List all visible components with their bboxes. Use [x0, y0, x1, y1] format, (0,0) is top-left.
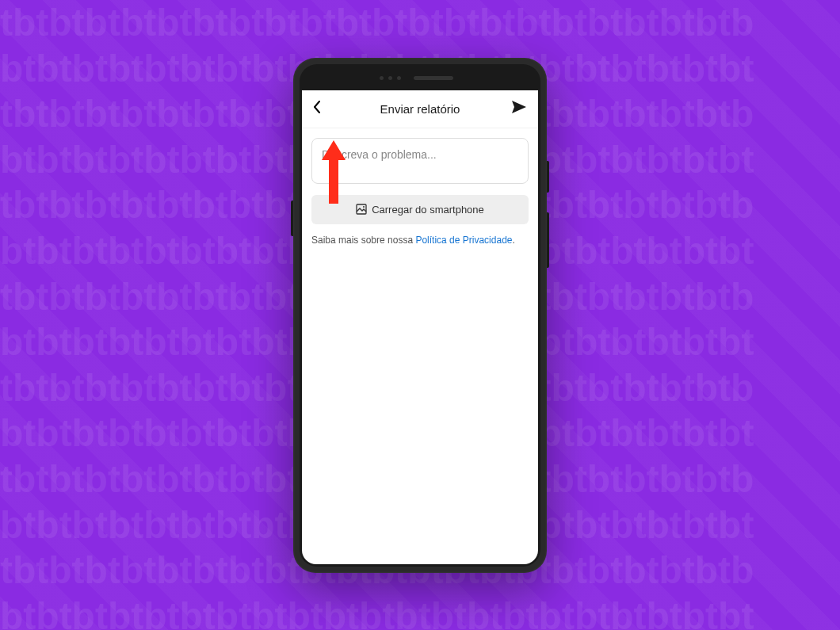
content-area: Carregar do smartphone Saiba mais sobre …: [302, 128, 538, 257]
problem-description-input[interactable]: [311, 138, 529, 184]
privacy-prefix: Saiba mais sobre nossa: [311, 235, 415, 246]
send-icon: [511, 100, 527, 114]
phone-side-button-right-1: [547, 161, 549, 193]
privacy-notice: Saiba mais sobre nossa Política de Priva…: [311, 234, 529, 247]
sensor-dot: [397, 76, 401, 80]
phone-side-button-left: [291, 200, 293, 236]
phone-mockup-frame: Enviar relatório Carregar do: [293, 58, 547, 573]
app-header: Enviar relatório: [302, 90, 538, 128]
phone-top-sensors: [302, 67, 538, 90]
phone-bezel: Enviar relatório Carregar do: [300, 64, 540, 567]
upload-from-phone-button[interactable]: Carregar do smartphone: [311, 195, 529, 224]
phone-screen: Enviar relatório Carregar do: [302, 90, 538, 564]
chevron-left-icon: [313, 101, 321, 113]
privacy-policy-link[interactable]: Política de Privacidade: [415, 235, 512, 246]
phone-speaker: [414, 76, 453, 80]
upload-button-label: Carregar do smartphone: [372, 204, 484, 216]
send-button[interactable]: [511, 100, 527, 117]
privacy-suffix: .: [512, 235, 514, 246]
svg-point-1: [363, 206, 365, 208]
page-title: Enviar relatório: [313, 102, 527, 116]
sensor-dot: [380, 76, 384, 80]
svg-rect-0: [357, 204, 366, 214]
back-button[interactable]: [313, 101, 321, 116]
image-icon: [356, 204, 367, 215]
phone-side-button-right-2: [547, 212, 549, 268]
sensor-dot: [388, 76, 392, 80]
